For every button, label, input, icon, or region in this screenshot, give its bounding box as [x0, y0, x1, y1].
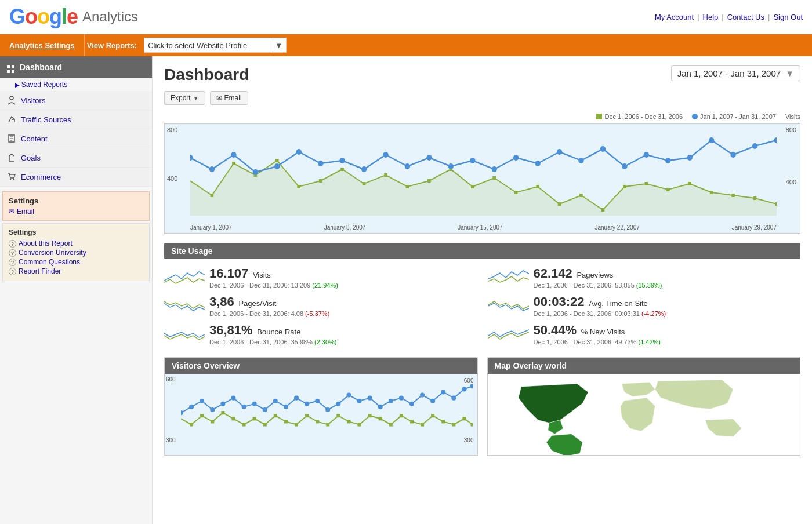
svg-rect-101: [274, 414, 277, 417]
metric-pages-visit-data: 3,86 Pages/Visit Dec 1, 2006 - Dec 31, 2…: [209, 294, 329, 317]
website-profile-select[interactable]: Click to select Website Profile: [144, 38, 271, 53]
dashboard-header: Dashboard Jan 1, 2007 - Jan 31, 2007 ▼: [164, 66, 800, 84]
metrics-grid: 16.107 Visits Dec 1, 2006 - Dec 31, 2006…: [164, 266, 800, 345]
svg-point-73: [273, 399, 278, 403]
svg-rect-33: [731, 194, 735, 197]
svg-point-74: [284, 405, 288, 409]
circle-q-icon: ?: [9, 259, 16, 266]
pageviews-comparison: Dec 1, 2006 - Dec 31, 2006: 53,855 (15.3…: [534, 282, 662, 289]
svg-rect-9: [211, 194, 214, 197]
pages-visit-comparison: Dec 1, 2006 - Dec 31, 2006: 4.08 (-5.37%…: [209, 310, 329, 317]
svg-rect-24: [536, 185, 539, 188]
svg-rect-30: [666, 188, 670, 191]
export-arrow-icon: ▼: [193, 95, 199, 101]
report-finder-link[interactable]: ? Report Finder: [9, 267, 143, 276]
avg-time-comparison: Dec 1, 2006 - Dec 31, 2006: 00:03:31 (-4…: [534, 310, 666, 317]
toolbar: Export ▼ ✉ Email: [164, 91, 800, 105]
profile-select-wrapper: Click to select Website Profile ▼: [144, 38, 287, 53]
svg-point-49: [470, 158, 475, 163]
y-right-low: 400: [786, 179, 796, 185]
dashboard-nav-item[interactable]: Dashboard: [0, 56, 152, 78]
svg-rect-108: [347, 420, 350, 423]
analytics-settings-button[interactable]: Analytics Settings: [0, 34, 84, 56]
svg-rect-113: [400, 414, 403, 417]
pages-visit-value: 3,86: [209, 294, 234, 309]
svg-point-45: [383, 152, 388, 158]
svg-point-82: [368, 396, 372, 401]
chevron-down-icon: ▼: [785, 68, 794, 78]
svg-rect-114: [410, 420, 414, 423]
x-label-1: January 1, 2007: [190, 224, 232, 231]
sparkline-pages-visit: [164, 294, 205, 315]
metric-visits-data: 16.107 Visits Dec 1, 2006 - Dec 31, 2006…: [209, 266, 338, 289]
svg-rect-105: [316, 420, 319, 423]
sign-out-link[interactable]: Sign Out: [773, 13, 803, 21]
settings-email-link[interactable]: ✉ Email: [9, 208, 143, 216]
logo-area: Google Analytics: [9, 5, 138, 29]
saved-reports-label: Saved Reports: [21, 81, 67, 89]
svg-point-70: [242, 405, 246, 409]
legend-curr: Jan 1, 2007 - Jan 31, 2007: [692, 113, 776, 120]
svg-rect-96: [221, 411, 224, 414]
goals-icon: [7, 153, 16, 162]
map-overlay-panel: Map Overlay world: [487, 357, 801, 456]
svg-point-40: [274, 163, 280, 169]
sidebar-goals-label: Goals: [21, 154, 41, 162]
select-arrow-icon[interactable]: ▼: [271, 38, 287, 53]
date-range-selector[interactable]: Jan 1, 2007 - Jan 31, 2007 ▼: [671, 66, 800, 81]
help-link[interactable]: Help: [703, 13, 719, 21]
bounce-rate-comparison: Dec 1, 2006 - Dec 31, 2006: 35.98% (2.30…: [209, 339, 337, 345]
sidebar-item-visitors[interactable]: Visitors: [0, 91, 152, 110]
svg-rect-93: [190, 423, 193, 426]
svg-rect-22: [492, 176, 496, 180]
saved-reports-item[interactable]: Saved Reports: [0, 78, 152, 91]
export-button[interactable]: Export ▼: [164, 91, 205, 105]
contact-us-link[interactable]: Contact Us: [727, 13, 764, 21]
common-questions-link[interactable]: ? Common Questions: [9, 257, 143, 267]
metric-visits: 16.107 Visits Dec 1, 2006 - Dec 31, 2006…: [164, 266, 477, 289]
sidebar-item-ecommerce[interactable]: Ecommerce: [0, 168, 152, 187]
svg-point-66: [200, 399, 204, 403]
analytics-text: Analytics: [82, 9, 138, 25]
my-account-link[interactable]: My Account: [655, 13, 694, 21]
legend-prev-color: [596, 114, 602, 119]
settings-title: Settings: [9, 196, 143, 205]
sidebar-item-content[interactable]: Content: [0, 129, 152, 148]
svg-point-47: [426, 155, 432, 161]
content-area: Dashboard Jan 1, 2007 - Jan 31, 2007 ▼ E…: [153, 56, 812, 524]
traffic-sources-icon: [7, 115, 16, 124]
svg-rect-29: [645, 182, 648, 185]
svg-point-46: [405, 163, 410, 169]
svg-rect-97: [231, 417, 235, 420]
conversion-university-link[interactable]: ? Conversion University: [9, 248, 143, 257]
svg-rect-103: [295, 423, 298, 426]
sidebar-traffic-label: Traffic Sources: [21, 115, 71, 124]
svg-rect-116: [431, 414, 434, 417]
about-report-link[interactable]: ? About this Report: [9, 239, 143, 248]
svg-rect-109: [358, 423, 361, 426]
sidebar-item-goals[interactable]: Goals: [0, 148, 152, 168]
site-usage-header: Site Usage: [164, 243, 800, 259]
settings-email-section: Settings ✉ Email: [2, 191, 150, 221]
svg-rect-15: [340, 168, 344, 171]
svg-rect-21: [471, 185, 474, 188]
svg-rect-19: [427, 179, 431, 183]
sidebar-item-traffic-sources[interactable]: Traffic Sources: [0, 110, 152, 129]
svg-rect-106: [326, 423, 329, 426]
svg-rect-25: [558, 202, 561, 206]
svg-point-42: [318, 161, 323, 166]
visitors-overview-panel: Visitors Overview 600 300: [164, 357, 478, 456]
email-button[interactable]: ✉ Email: [210, 91, 248, 105]
y-right-high: 800: [786, 126, 796, 133]
circle-q-icon: ?: [9, 249, 16, 257]
visitors-overview-header: Visitors Overview: [165, 358, 477, 374]
legend-curr-label: Jan 1, 2007 - Jan 31, 2007: [700, 113, 776, 120]
svg-point-58: [665, 158, 670, 163]
svg-point-6: [10, 179, 11, 180]
metric-pages-visit: 3,86 Pages/Visit Dec 1, 2006 - Dec 31, 2…: [164, 294, 477, 317]
svg-point-38: [231, 152, 236, 158]
pages-visit-label: Pages/Visit: [238, 299, 276, 308]
svg-rect-95: [211, 420, 214, 423]
svg-point-54: [578, 158, 583, 163]
svg-rect-120: [470, 423, 472, 426]
